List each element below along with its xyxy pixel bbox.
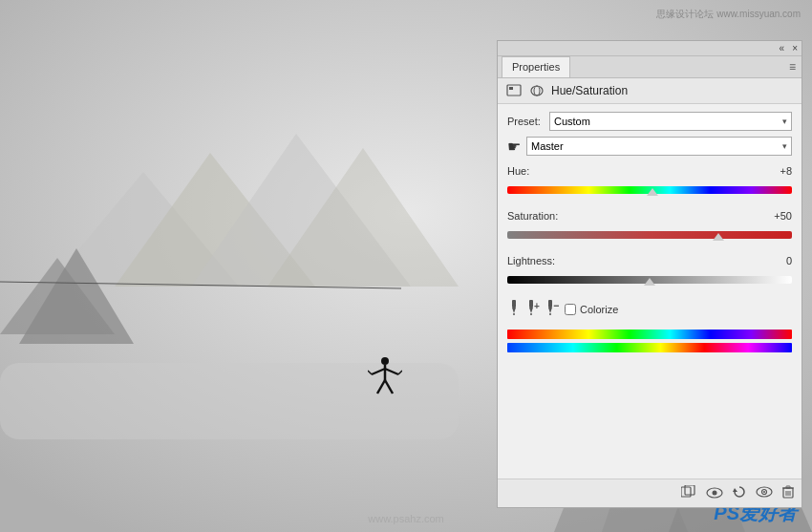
close-button[interactable]: × <box>792 43 798 53</box>
svg-point-38 <box>713 490 717 495</box>
subtract-sample-icon[interactable]: − <box>545 300 559 318</box>
watermark-bottom: www.psahz.com <box>368 513 443 524</box>
preset-row: Preset: Custom ▾ <box>507 112 792 131</box>
channel-value: Master <box>531 140 564 152</box>
preset-dropdown-arrow: ▾ <box>782 117 787 126</box>
svg-text:−: − <box>553 300 559 312</box>
hue-value: +8 <box>763 165 792 177</box>
svg-rect-27 <box>529 300 533 308</box>
hand-target-icon[interactable]: ☛ <box>507 138 521 156</box>
lightness-slider-container: Lightness: 0 <box>507 255 792 290</box>
adjustment-icon[interactable] <box>528 84 545 97</box>
svg-rect-21 <box>509 87 513 90</box>
layer-icon[interactable] <box>505 84 523 97</box>
saturation-track-wrap[interactable] <box>507 224 792 245</box>
panel-header-title: Hue/Saturation <box>551 84 628 97</box>
watermark-top-text: 思缘设计论坛 www.missyuan.com <box>656 9 801 19</box>
svg-marker-39 <box>733 488 737 492</box>
preset-value: Custom <box>554 116 590 127</box>
add-sample-icon[interactable]: + <box>526 300 540 318</box>
figure-silhouette <box>368 353 402 408</box>
svg-point-12 <box>381 357 389 365</box>
svg-line-15 <box>368 371 372 374</box>
colorize-checkbox[interactable] <box>565 304 576 315</box>
svg-marker-25 <box>512 308 516 313</box>
svg-text:+: + <box>534 301 540 311</box>
svg-point-23 <box>534 86 540 96</box>
watermark-top: 思缘设计论坛 www.missyuan.com <box>656 8 801 21</box>
hue-track-wrap[interactable] <box>507 180 792 201</box>
figure-svg <box>368 353 402 401</box>
result-spectrum-bar <box>507 343 792 352</box>
svg-line-14 <box>372 369 385 374</box>
eye-preview-icon[interactable] <box>756 485 773 501</box>
clone-icon[interactable] <box>681 485 696 501</box>
collapse-button[interactable]: « <box>780 43 785 53</box>
channel-dropdown[interactable]: Master ▾ <box>526 137 792 156</box>
lightness-value: 0 <box>763 255 792 266</box>
saturation-slider-container: Saturation: +50 <box>507 210 792 245</box>
svg-marker-32 <box>548 308 552 313</box>
svg-line-17 <box>398 371 402 374</box>
svg-point-42 <box>763 491 765 493</box>
tab-area: Properties ≡ <box>498 56 801 78</box>
saturation-value: +50 <box>763 210 792 222</box>
lightness-slider-row: Lightness: 0 <box>507 255 792 266</box>
channel-row: ☛ Master ▾ <box>507 137 792 156</box>
svg-rect-20 <box>507 85 521 96</box>
watermark-bottom-text: www.psahz.com <box>368 513 443 524</box>
svg-point-22 <box>531 86 543 96</box>
channel-dropdown-arrow: ▾ <box>782 141 787 151</box>
reset-icon[interactable] <box>733 485 746 501</box>
svg-line-18 <box>377 380 385 394</box>
lightness-thumb[interactable] <box>644 274 655 286</box>
panel-header-left: Hue/Saturation <box>505 84 628 97</box>
preset-dropdown[interactable]: Custom ▾ <box>549 112 792 131</box>
menu-icon: ≡ <box>789 60 796 74</box>
panel-top-bar: « × <box>498 41 801 56</box>
svg-line-19 <box>385 380 393 394</box>
tab-properties-label: Properties <box>512 61 560 73</box>
svg-rect-31 <box>548 300 552 308</box>
lightness-label: Lightness: <box>507 255 555 266</box>
saturation-thumb[interactable] <box>713 229 724 241</box>
hue-slider-container: Hue: +8 <box>507 165 792 201</box>
colorize-checkbox-label[interactable]: Colorize <box>565 304 618 315</box>
svg-line-16 <box>385 369 398 374</box>
preset-label: Preset: <box>507 116 544 127</box>
saturation-track[interactable] <box>507 231 792 239</box>
color-bars <box>507 330 792 352</box>
hue-label: Hue: <box>507 165 529 177</box>
trash-icon[interactable] <box>782 485 794 501</box>
hue-track[interactable] <box>507 186 792 194</box>
lightness-track[interactable] <box>507 276 792 284</box>
hue-thumb[interactable] <box>647 184 658 196</box>
hue-slider-row: Hue: +8 <box>507 165 792 177</box>
panel-header: Hue/Saturation <box>498 78 801 104</box>
panel-content: Preset: Custom ▾ ☛ Master ▾ Hue: +8 <box>498 104 801 479</box>
saturation-slider-row: Saturation: +50 <box>507 210 792 222</box>
tab-properties[interactable]: Properties <box>502 56 570 77</box>
lightness-track-wrap[interactable] <box>507 269 792 290</box>
svg-marker-28 <box>529 308 533 313</box>
eyedropper-icon[interactable] <box>507 300 521 318</box>
panel-toolbar <box>498 479 801 507</box>
panel-menu-button[interactable]: ≡ <box>783 56 801 77</box>
svg-rect-45 <box>786 486 790 488</box>
saturation-label: Saturation: <box>507 210 558 222</box>
colorize-label: Colorize <box>580 304 618 315</box>
colorize-row: + − Colorize <box>507 300 792 318</box>
properties-panel: « × Properties ≡ <box>497 40 802 508</box>
svg-rect-24 <box>512 300 516 308</box>
source-spectrum-bar <box>507 330 792 339</box>
visibility-icon[interactable] <box>706 486 723 501</box>
